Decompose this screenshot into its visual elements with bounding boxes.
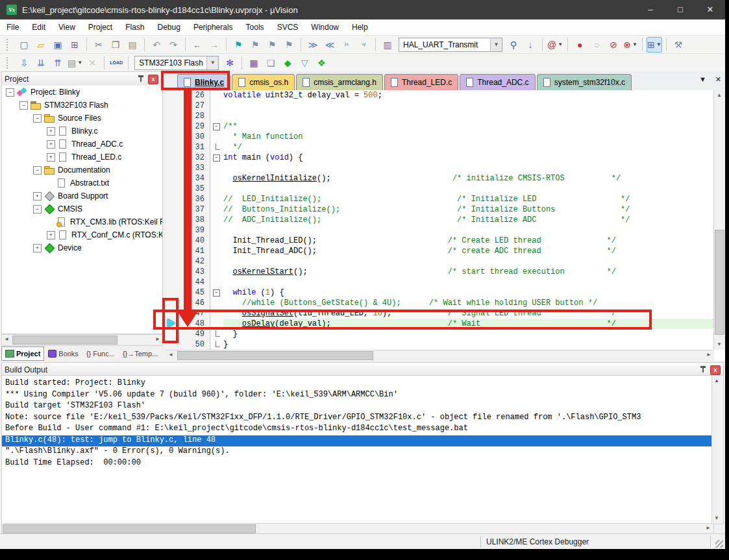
- tree-item-rtx-cm3-lib-rtos-keil-r[interactable]: RTX_CM3.lib (RTOS:Keil R: [2, 215, 162, 228]
- minimize-button[interactable]: –: [636, 0, 665, 19]
- chevron-down-icon[interactable]: ▼: [206, 56, 218, 69]
- configuration-icon[interactable]: ⚒: [671, 37, 686, 53]
- manage-rte-icon[interactable]: ◆: [280, 55, 295, 71]
- tree-item-device[interactable]: +Device: [2, 241, 162, 254]
- tree-item-abstract-txt[interactable]: Abstract.txt: [2, 177, 162, 189]
- pin-icon[interactable]: [700, 366, 706, 374]
- indent-icon[interactable]: ≫: [305, 37, 321, 53]
- editor-tab-thread-led-c[interactable]: Thread_LED.c: [384, 74, 458, 90]
- tree-item-rtx-conf-cm-c-rtos-ke[interactable]: +RTX_Conf_CM.c (RTOS:Ke: [2, 228, 162, 241]
- scroll-thumb[interactable]: [715, 230, 724, 335]
- editor-tab-system-stm32f10x-c[interactable]: system_stm32f10x.c: [537, 74, 632, 90]
- tree-item-thread-led-c[interactable]: +Thread_LED.c: [2, 151, 162, 164]
- fold-collapse-icon[interactable]: −: [213, 289, 220, 297]
- manage-project-items-icon[interactable]: ▦: [246, 55, 262, 71]
- editor-hscrollbar[interactable]: ◄ ►: [166, 350, 714, 361]
- chevron-down-icon[interactable]: ▼: [490, 38, 502, 51]
- collapse-icon[interactable]: −: [33, 166, 42, 175]
- expand-icon[interactable]: +: [47, 231, 55, 239]
- navigate-back-icon[interactable]: ←: [190, 37, 205, 53]
- build-log-line[interactable]: Build target 'STM32F103 Flash': [2, 401, 713, 413]
- tree-item-blinky-c[interactable]: +Blinky.c: [2, 125, 162, 138]
- breakpoint-disable-all-icon[interactable]: ⊘: [606, 37, 621, 53]
- build-log-line[interactable]: Before Build - User command #1: E:\keil_…: [2, 424, 713, 435]
- save-all-icon[interactable]: ⊞: [67, 37, 82, 53]
- panel-tab-project[interactable]: Project: [1, 347, 44, 361]
- breakpoint-enable-icon[interactable]: ○: [589, 37, 604, 53]
- menu-tools[interactable]: Tools: [240, 19, 271, 35]
- scroll-right-icon[interactable]: ►: [704, 524, 713, 533]
- configure-words-icon[interactable]: ▥: [380, 37, 395, 53]
- tree-item-documentation[interactable]: −Documentation: [2, 164, 162, 177]
- editor-tab-cmsis-armclang-h[interactable]: cmsis_armclang.h: [296, 74, 383, 90]
- tab-list-dropdown-icon[interactable]: ▼: [699, 75, 706, 84]
- fold-collapse-icon[interactable]: −: [213, 123, 220, 130]
- panel-tab-temp[interactable]: {}→Temp...: [119, 347, 162, 361]
- collapse-icon[interactable]: −: [19, 101, 28, 110]
- bookmark-clear-icon[interactable]: ⚑: [281, 37, 297, 53]
- build-output-close-icon[interactable]: x: [710, 365, 721, 375]
- editor-vscrollbar[interactable]: ▲ ▼: [713, 90, 725, 350]
- menu-svcs[interactable]: SVCS: [271, 19, 305, 35]
- project-hscrollbar[interactable]: ◄ ►: [1, 334, 163, 346]
- expand-icon[interactable]: +: [47, 127, 55, 136]
- build-icon[interactable]: ⇊: [33, 55, 49, 71]
- build-log-line[interactable]: Build started: Project: Blinky: [2, 378, 713, 390]
- open-folder-icon[interactable]: ▱: [33, 37, 49, 53]
- build-log-line[interactable]: *** Using Compiler 'V5.06 update 7 (buil…: [2, 390, 713, 402]
- close-file-icon[interactable]: ✕: [715, 75, 721, 84]
- scroll-thumb[interactable]: [12, 335, 117, 345]
- menu-peripherals[interactable]: Peripherals: [187, 19, 240, 35]
- scroll-left-icon[interactable]: ◄: [166, 350, 175, 359]
- menu-view[interactable]: View: [52, 19, 82, 35]
- undo-icon[interactable]: ↶: [149, 37, 164, 53]
- scroll-up-icon[interactable]: ▲: [712, 376, 721, 385]
- scroll-right-icon[interactable]: ►: [153, 335, 162, 344]
- collapse-icon[interactable]: −: [6, 88, 14, 97]
- menu-help[interactable]: Help: [345, 19, 375, 35]
- breakpoint-kill-all-icon[interactable]: ⊗▼: [623, 37, 638, 53]
- target-select-combo[interactable]: STM32F103 Flash▼: [134, 56, 219, 70]
- scroll-left-icon[interactable]: ◄: [2, 335, 11, 344]
- cut-icon[interactable]: ✂: [91, 37, 106, 53]
- scroll-thumb[interactable]: [177, 351, 373, 360]
- expand-icon[interactable]: +: [33, 192, 42, 201]
- tree-item-project-blinky[interactable]: −Project: Blinky: [2, 86, 162, 99]
- menu-flash[interactable]: Flash: [119, 19, 151, 35]
- bookmark-next-icon[interactable]: ⚑: [264, 37, 280, 53]
- menu-file[interactable]: File: [0, 19, 25, 35]
- close-button[interactable]: ✕: [695, 0, 725, 19]
- fold-collapse-icon[interactable]: −: [213, 154, 220, 162]
- expand-icon[interactable]: +: [47, 140, 55, 149]
- paste-icon[interactable]: ▤: [125, 37, 140, 53]
- menu-window[interactable]: Window: [304, 19, 345, 35]
- menu-debug[interactable]: Debug: [151, 19, 187, 35]
- resize-grip[interactable]: [715, 540, 723, 548]
- scroll-down-icon[interactable]: ▼: [712, 514, 721, 523]
- uncomment-icon[interactable]: ≡/: [356, 37, 371, 53]
- bookmark-prev-icon[interactable]: ⚑: [247, 37, 263, 53]
- collapse-icon[interactable]: −: [33, 114, 42, 123]
- tree-item-stm32f103-flash[interactable]: −STM32F103 Flash: [2, 99, 162, 112]
- build-vscrollbar[interactable]: ▲ ▼: [711, 375, 724, 524]
- panel-tab-books[interactable]: Books: [44, 347, 82, 361]
- window-layout-icon[interactable]: ⊞▼: [647, 37, 662, 53]
- project-panel-close-icon[interactable]: x: [148, 75, 158, 84]
- build-log-line[interactable]: Note: source file 'E:/keil_539/Packs/Kei…: [2, 413, 713, 424]
- batch-build-icon[interactable]: ▤▼: [67, 55, 83, 71]
- panel-tab-func[interactable]: {} Func...: [82, 347, 119, 361]
- find-symbol-icon[interactable]: @▼: [547, 37, 563, 53]
- collapse-icon[interactable]: −: [33, 205, 42, 213]
- build-log-line[interactable]: ".\Flash\Blinky.axf" - 0 Error(s), 0 War…: [2, 446, 713, 458]
- breakpoint-toggle-icon[interactable]: ●: [572, 37, 587, 53]
- new-file-icon[interactable]: ▢: [16, 37, 32, 53]
- scroll-down-icon[interactable]: ▼: [715, 340, 724, 349]
- pack-installer-icon[interactable]: ❖: [314, 55, 329, 71]
- expand-icon[interactable]: +: [47, 153, 55, 162]
- scroll-thumb[interactable]: [3, 524, 256, 533]
- maximize-button[interactable]: □: [665, 0, 695, 19]
- build-log-line[interactable]: Build Time Elapsed: 00:00:00: [2, 458, 713, 470]
- find-in-files-icon[interactable]: ⚲: [506, 37, 521, 53]
- save-icon[interactable]: ▣: [50, 37, 66, 53]
- download-flash-icon[interactable]: LOAD: [108, 55, 124, 71]
